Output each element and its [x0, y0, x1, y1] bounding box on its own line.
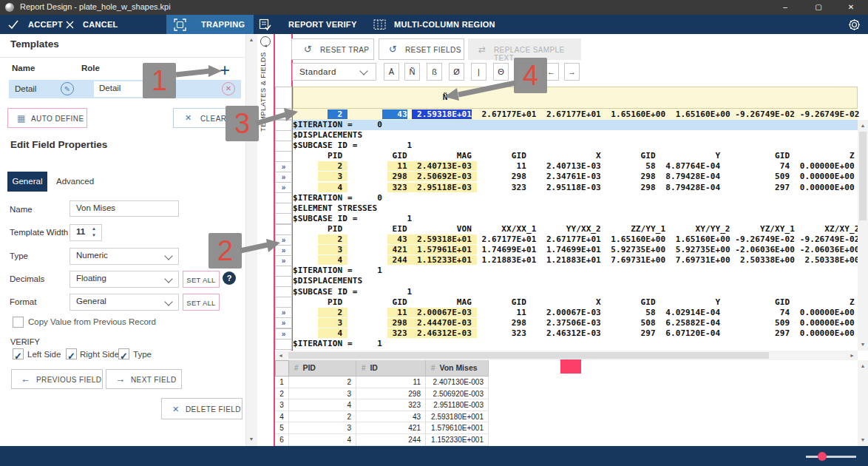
left-panel-scrollbar[interactable]: [245, 34, 257, 446]
char-button-Ā[interactable]: Ā: [384, 63, 399, 81]
table-cell[interactable]: 3: [289, 422, 356, 434]
gutter-cell[interactable]: »: [275, 161, 292, 172]
edit-template-icon[interactable]: ✎: [61, 82, 74, 95]
table-cell[interactable]: 11: [356, 376, 426, 388]
table-cell[interactable]: 2.593180E+001: [426, 411, 489, 423]
format-select[interactable]: General: [69, 294, 179, 311]
name-input[interactable]: Von Mises: [69, 200, 179, 217]
table-cell[interactable]: 298: [356, 388, 426, 400]
report-line[interactable]: 4 323 2.46312E-03 323 2.46312E-03 297 6.…: [293, 328, 858, 339]
scroll-up-icon[interactable]: ▲: [246, 36, 257, 44]
reset-fields-button[interactable]: ↺ RESET FIELDS: [379, 38, 464, 60]
reset-trap-button[interactable]: ↺ RESET TRAP: [291, 38, 374, 60]
settings-gear-icon[interactable]: [847, 18, 861, 32]
tab-general[interactable]: General: [7, 172, 47, 192]
report-line[interactable]: $ELEMENT STRESSES: [293, 203, 858, 214]
report-text[interactable]: $ITERATION = 0$DISPLACEMENTS$SUBCASE ID …: [293, 120, 858, 350]
gutter-cell[interactable]: [275, 297, 292, 308]
char-button-|[interactable]: |: [471, 63, 486, 81]
report-line[interactable]: $SUBCASE ID = 1: [293, 214, 858, 224]
gutter-cell[interactable]: [275, 108, 292, 120]
report-line[interactable]: $ITERATION = 0: [293, 193, 858, 203]
char-button-→[interactable]: →: [564, 63, 580, 81]
table-cell[interactable]: 421: [356, 422, 426, 434]
trap-header-band[interactable]: Ñ: [293, 87, 858, 109]
replace-sample-text-button[interactable]: ⇄ REPLACE SAMPLE TEXT: [468, 38, 581, 60]
tab-advanced[interactable]: Advanced: [56, 177, 94, 186]
scroll-right-icon[interactable]: ►: [847, 352, 857, 359]
gutter-cell[interactable]: [275, 141, 292, 152]
gutter-cell[interactable]: [275, 266, 292, 277]
gutter-cell[interactable]: »: [275, 245, 292, 256]
template-width-stepper[interactable]: 11: [69, 224, 102, 241]
verify-left-side-checkbox[interactable]: ✓: [13, 348, 24, 359]
previous-field-button[interactable]: ← PREVIOUS FIELD: [11, 369, 103, 389]
table-cell[interactable]: 244: [356, 434, 426, 446]
report-line[interactable]: PID GID MAG GID X GID Y GID Z: [293, 151, 858, 161]
report-line[interactable]: 2 43 2.59318E+01 2.67177E+01 2.67177E+01…: [293, 234, 858, 245]
scroll-down-icon[interactable]: ▼: [858, 436, 868, 445]
minimize-button[interactable]: –: [773, 0, 798, 15]
char-button-ß[interactable]: ß: [427, 63, 442, 81]
auto-define-button[interactable]: ▦ AUTO DEFINE: [7, 108, 87, 128]
close-button[interactable]: ✕: [838, 0, 864, 15]
table-cell[interactable]: 1.152330E+001: [426, 434, 489, 446]
report-line[interactable]: $ITERATION = 1: [293, 266, 858, 276]
report-line[interactable]: 3 298 2.44470E-03 298 2.37506E-03 508 6.…: [293, 318, 858, 328]
table-header-id[interactable]: # ID: [356, 360, 426, 376]
gutter-cell[interactable]: [275, 276, 292, 287]
gutter-cell[interactable]: »: [275, 182, 292, 193]
format-set-all-button[interactable]: SET ALL: [183, 294, 220, 311]
report-line[interactable]: $DISPLACEMENTS: [293, 276, 858, 286]
report-line[interactable]: PID EID VON XX/XX_1 YY/XX_2 ZZ/YY_1 XY/Y…: [293, 224, 858, 234]
cancel-button[interactable]: CANCEL: [83, 15, 118, 34]
table-row-number[interactable]: 6: [275, 434, 289, 446]
h-scroll-thumb[interactable]: [288, 352, 769, 359]
tab-report-verify[interactable]: REPORT VERIFY: [288, 15, 357, 34]
scroll-left-icon[interactable]: ◄: [276, 352, 285, 359]
remove-template-icon[interactable]: ✕: [222, 82, 235, 95]
help-icon[interactable]: ?: [223, 271, 236, 285]
table-cell[interactable]: 1.579610E+001: [426, 422, 489, 434]
scroll-down-icon[interactable]: ▼: [858, 340, 868, 349]
v-scroll-thumb[interactable]: [859, 132, 867, 220]
pin-icon[interactable]: ◂: [260, 36, 271, 47]
report-line[interactable]: $ITERATION = 1: [293, 339, 858, 349]
gutter-cell[interactable]: [275, 213, 292, 224]
table-cell[interactable]: 43: [356, 411, 426, 423]
gutter-cell[interactable]: »: [275, 317, 292, 328]
stepper-arrows[interactable]: ▲▼: [92, 226, 96, 239]
report-line[interactable]: $SUBCASE ID = 1: [293, 141, 858, 151]
gutter-cell[interactable]: [275, 120, 292, 131]
table-cell[interactable]: 4: [289, 434, 356, 446]
report-line[interactable]: $DISPLACEMENTS: [293, 130, 858, 141]
gutter-cell[interactable]: [275, 151, 292, 162]
gutter-cell[interactable]: [275, 130, 292, 141]
gutter-cell[interactable]: [275, 224, 292, 235]
gutter-cell[interactable]: [275, 87, 292, 109]
char-button-Ñ[interactable]: Ñ: [404, 63, 420, 81]
tab-multi-column-region[interactable]: MULTI-COLUMN REGION: [394, 15, 495, 34]
verify-type-checkbox[interactable]: ✓: [118, 348, 129, 359]
report-line[interactable]: 2 11 2.40713E-03 11 2.40713E-03 58 4.877…: [293, 161, 858, 172]
type-select[interactable]: Numeric: [69, 248, 179, 265]
decimals-select[interactable]: Floating: [69, 271, 179, 288]
gutter-cell[interactable]: [275, 339, 292, 350]
add-template-button[interactable]: +: [220, 60, 230, 81]
table-cell[interactable]: 2: [289, 411, 356, 423]
table-header-pid[interactable]: # PID: [289, 360, 356, 376]
copy-value-checkbox[interactable]: [13, 317, 24, 328]
table-cell[interactable]: 2.407130E-003: [426, 376, 489, 388]
table-row-number[interactable]: 4: [275, 411, 289, 423]
report-line[interactable]: $SUBCASE ID = 1: [293, 287, 858, 297]
zoom-slider-thumb[interactable]: [818, 452, 827, 461]
scroll-up-icon[interactable]: ▲: [858, 362, 868, 371]
table-cell[interactable]: 4: [289, 399, 356, 411]
decimals-set-all-button[interactable]: SET ALL: [183, 271, 220, 288]
gutter-cell[interactable]: [275, 286, 292, 297]
table-row-number[interactable]: 2: [275, 388, 289, 400]
gutter-cell[interactable]: »: [275, 234, 292, 246]
gutter-cell[interactable]: »: [275, 255, 292, 266]
maximize-button[interactable]: ▢: [806, 0, 831, 15]
table-cell[interactable]: 323: [356, 399, 426, 411]
